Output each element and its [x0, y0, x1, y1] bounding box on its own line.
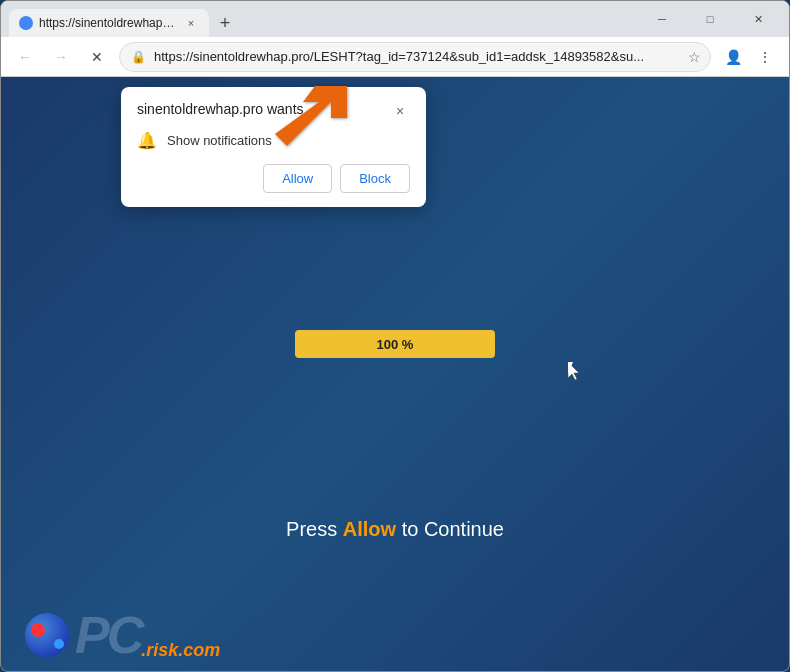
popup-close-button[interactable]: × [390, 101, 410, 121]
allow-word: Allow [343, 518, 396, 540]
risk-text: .risk.com [141, 640, 220, 661]
forward-button[interactable]: → [47, 43, 75, 71]
mouse-cursor [568, 362, 580, 380]
press-before: Press [286, 518, 337, 540]
tab-title: https://sinentoldrewhap.pro/LES [39, 16, 177, 30]
new-tab-button[interactable]: + [211, 9, 239, 37]
press-allow-text: Press Allow to Continue [286, 518, 504, 541]
pc-text: PC [75, 609, 141, 661]
menu-button[interactable]: ⋮ [751, 43, 779, 71]
lock-icon: 🔒 [131, 50, 146, 64]
page-content: sinentoldrewhap.pro wants × 🔔 Show notif… [1, 77, 789, 671]
reload-button[interactable]: ✕ [83, 43, 111, 71]
maximize-button[interactable]: □ [687, 1, 733, 37]
close-button[interactable]: ✕ [735, 1, 781, 37]
tab-area: https://sinentoldrewhap.pro/LES × + [9, 1, 625, 37]
svg-marker-1 [568, 362, 579, 380]
pcrisk-logo: PC .risk.com [25, 609, 220, 661]
active-tab[interactable]: https://sinentoldrewhap.pro/LES × [9, 9, 209, 37]
title-bar: https://sinentoldrewhap.pro/LES × + ─ □ … [1, 1, 789, 37]
address-bar: ← → ✕ 🔒 https://sinentoldrewhap.pro/LESH… [1, 37, 789, 77]
progress-bar: 100 % [295, 330, 495, 358]
block-button[interactable]: Block [340, 164, 410, 193]
address-wrapper: 🔒 https://sinentoldrewhap.pro/LESHT?tag_… [119, 42, 711, 72]
browser-window: https://sinentoldrewhap.pro/LES × + ─ □ … [0, 0, 790, 672]
minimize-button[interactable]: ─ [639, 1, 685, 37]
bell-icon: 🔔 [137, 131, 157, 150]
window-controls: ─ □ ✕ [639, 1, 781, 37]
allow-button[interactable]: Allow [263, 164, 332, 193]
orange-arrow [271, 82, 351, 162]
profile-button[interactable]: 👤 [719, 43, 747, 71]
pc-ball-icon [25, 613, 69, 657]
tab-favicon [19, 16, 33, 30]
press-after: to Continue [402, 518, 504, 540]
progress-container: 100 % [295, 330, 495, 358]
toolbar-icons: 👤 ⋮ [719, 43, 779, 71]
tab-close-button[interactable]: × [183, 15, 199, 31]
address-input[interactable]: https://sinentoldrewhap.pro/LESHT?tag_id… [119, 42, 711, 72]
bookmark-icon[interactable]: ☆ [688, 49, 701, 65]
progress-label: 100 % [377, 337, 414, 352]
back-button[interactable]: ← [11, 43, 39, 71]
popup-buttons: Allow Block [137, 164, 410, 193]
svg-marker-0 [275, 86, 347, 146]
logo-text-container: PC .risk.com [75, 609, 220, 661]
notification-text: Show notifications [167, 133, 272, 148]
